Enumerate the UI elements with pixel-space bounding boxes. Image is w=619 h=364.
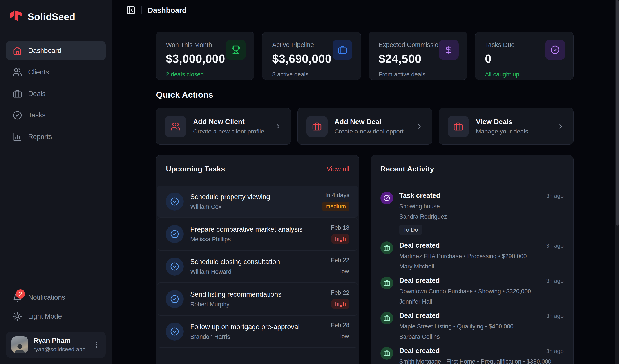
briefcase-icon [333, 40, 352, 60]
activity-item: Deal created 3h ago Martinez FHA Purchas… [380, 242, 564, 277]
circle-check-icon [166, 290, 184, 308]
stat-card-expected-commission: Expected Commission $24,500 From active … [369, 32, 467, 80]
sidebar-item-label: Clients [28, 68, 49, 76]
stat-subtext: All caught up [485, 71, 564, 78]
sidebar-item-label: Deals [28, 90, 45, 98]
briefcase-icon [380, 312, 393, 324]
recent-activity-header: Recent Activity [371, 155, 574, 183]
activity-time: 3h ago [546, 313, 564, 319]
qa-meta: Add New Deal Create a new deal opport... [335, 118, 409, 135]
users-icon [165, 116, 186, 137]
timeline-rail [387, 325, 387, 348]
task-row[interactable]: Schedule property viewing William Cox In… [157, 186, 358, 217]
task-row[interactable]: Send listing recommendations Robert Murp… [157, 283, 358, 315]
sidebar-collapse-button[interactable] [126, 5, 136, 15]
qa-title: Add New Deal [335, 118, 409, 126]
panel-left-close-icon [126, 5, 136, 15]
briefcase-icon [380, 277, 393, 289]
stat-card-active-pipeline: Active Pipeline $3,690,000 8 active deal… [262, 32, 361, 80]
sidebar-item-dashboard[interactable]: Dashboard [6, 41, 106, 60]
task-due: Feb 22 [331, 289, 349, 296]
activity-list: Task created 3h ago Showing house Sandra… [371, 183, 574, 364]
timeline-rail [387, 290, 387, 313]
brand: SolidSeed [6, 8, 106, 24]
task-person: Melissa Phillips [190, 236, 324, 243]
user-name: Ryan Pham [33, 337, 87, 345]
vertical-scrollbar[interactable] [616, 0, 619, 364]
activity-item: Deal created 3h ago Downtown Condo Purch… [380, 277, 564, 312]
sidebar-item-notifications[interactable]: 2 Notifications [6, 288, 106, 307]
timeline-rail [387, 205, 387, 242]
task-right: Feb 18 high [331, 224, 349, 244]
stat-cards-row: Won This Month $3,000,000 2 deals closed… [156, 32, 574, 80]
task-right: Feb 22 high [331, 289, 349, 309]
activity-person: Sandra Rodriguez [399, 213, 564, 220]
trophy-icon [226, 40, 246, 60]
view-all-link[interactable]: View all [327, 165, 349, 173]
task-list: Schedule property viewing William Cox In… [156, 183, 359, 350]
bar-chart-icon [13, 132, 22, 141]
priority-badge: low [337, 332, 349, 341]
panel-title: Upcoming Tasks [166, 165, 225, 173]
task-row[interactable]: Prepare comparative market analysis Meli… [157, 218, 358, 250]
sidebar-item-reports[interactable]: Reports [6, 127, 106, 146]
circle-check-icon [380, 192, 393, 204]
task-title: Schedule property viewing [190, 193, 315, 201]
more-vertical-icon[interactable] [92, 341, 100, 349]
activity-body: Deal created 3h ago Smith Mortgage - Fir… [399, 347, 564, 364]
dollar-icon [439, 40, 459, 60]
activity-desc: Martinez FHA Purchase • Processing • $29… [399, 253, 564, 260]
users-icon [13, 67, 22, 77]
activity-desc: Maple Street Listing • Qualifying • $450… [399, 323, 564, 330]
recent-activity-panel: Recent Activity Task created 3h ago [371, 155, 574, 364]
activity-title: Deal created [399, 242, 440, 249]
task-row[interactable]: Schedule closing consultation William Ho… [157, 251, 358, 283]
stat-card-tasks-due: Tasks Due 0 All caught up [475, 32, 574, 80]
briefcase-icon [13, 89, 22, 98]
stat-subtext: 8 active deals [272, 71, 351, 78]
add-new-client-button[interactable]: Add New Client Create a new client profi… [156, 108, 291, 145]
activity-title: Deal created [399, 347, 440, 355]
activity-item: Task created 3h ago Showing house Sandra… [380, 192, 564, 242]
activity-item: Deal created 3h ago Smith Mortgage - Fir… [380, 347, 564, 364]
activity-time: 3h ago [546, 192, 564, 199]
sidebar-item-label: Reports [28, 133, 52, 141]
task-row[interactable]: Follow up on mortgage pre-approval Brand… [157, 315, 358, 348]
notifications-label: Notifications [28, 294, 65, 301]
light-mode-label: Light Mode [28, 312, 62, 320]
circle-check-icon [13, 111, 22, 120]
sidebar-item-deals[interactable]: Deals [6, 84, 106, 103]
sidebar-spacer [6, 146, 106, 288]
activity-desc: Smith Mortgage - First Home • Prequalifi… [399, 358, 564, 364]
qa-title: Add New Client [193, 118, 267, 126]
topbar-divider [141, 6, 142, 14]
sidebar-item-clients[interactable]: Clients [6, 63, 106, 82]
scrollbar-thumb[interactable] [616, 0, 619, 226]
qa-subtitle: Manage your deals [476, 128, 550, 135]
bell-icon: 2 [13, 293, 22, 302]
task-meta: Send listing recommendations Robert Murp… [190, 290, 324, 308]
notification-badge: 2 [16, 289, 25, 298]
task-right: Feb 22 low [331, 257, 349, 276]
priority-badge: high [331, 299, 349, 309]
task-right: Feb 28 low [331, 322, 349, 341]
chevron-right-icon [274, 123, 282, 130]
sidebar-item-tasks[interactable]: Tasks [6, 106, 106, 125]
user-meta: Ryan Pham ryan@solidseed.app [33, 337, 87, 353]
qa-title: View Deals [476, 118, 550, 126]
task-meta: Schedule property viewing William Cox [190, 193, 315, 210]
sidebar-item-light-mode[interactable]: Light Mode [6, 307, 106, 326]
priority-badge: high [331, 234, 349, 244]
activity-time: 3h ago [546, 348, 564, 355]
user-card[interactable]: Ryan Pham ryan@solidseed.app [6, 332, 106, 358]
add-new-deal-button[interactable]: Add New Deal Create a new deal opport... [297, 108, 432, 145]
upcoming-tasks-header: Upcoming Tasks View all [156, 155, 359, 183]
activity-person: Jennifer Hall [399, 298, 564, 305]
task-due: Feb 28 [331, 322, 349, 329]
app-title: SolidSeed [28, 12, 75, 22]
activity-desc: Downtown Condo Purchase • Showing • $320… [399, 288, 564, 295]
dashboard-content: Won This Month $3,000,000 2 deals closed… [112, 20, 619, 364]
app-window: SolidSeed Dashboard Clients Deals Tasks … [0, 0, 619, 364]
activity-person: Mary Mitchell [399, 263, 564, 270]
view-deals-button[interactable]: View Deals Manage your deals [439, 108, 574, 145]
